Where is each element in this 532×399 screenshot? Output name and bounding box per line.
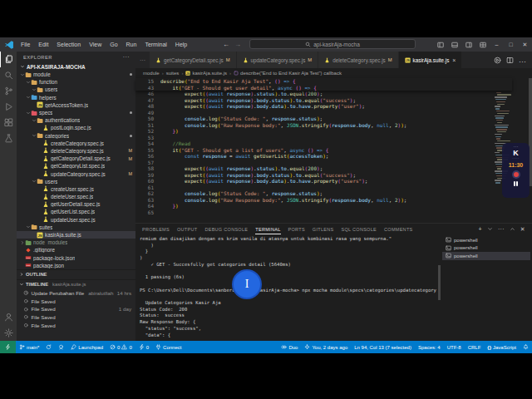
code-editor[interactable]: 46 expect((await response).status).to.eq… xyxy=(135,91,512,223)
menu-view[interactable]: View xyxy=(85,41,106,48)
status-sync-changes[interactable] xyxy=(42,341,55,353)
timeline-item[interactable]: File Saved1 day xyxy=(17,305,135,313)
menu-go[interactable]: Go xyxy=(106,41,121,48)
status-feedback[interactable]: 0 xyxy=(135,341,152,353)
activity-extensions[interactable] xyxy=(0,115,17,131)
activity-accounts[interactable] xyxy=(0,309,17,325)
status-duo[interactable]: Duo xyxy=(278,341,301,353)
maximize-panel-icon[interactable] xyxy=(510,226,515,232)
tab-getCategoryDetail.spec.js[interactable]: getCategoryDetail.spec.jsM xyxy=(150,52,237,68)
tree-item-getAccessToken.js[interactable]: JSgetAccessToken.js xyxy=(17,101,135,109)
tree-item-authentications[interactable]: authentications xyxy=(17,116,135,124)
menu-terminal[interactable]: Terminal xyxy=(140,41,170,48)
terminal-profile-chevron-icon[interactable] xyxy=(487,226,493,232)
tab-overflow-icon[interactable]: ··· xyxy=(135,57,150,63)
tab-updateCategory.spec.js[interactable]: updateCategory.spec.jsM xyxy=(237,52,319,68)
tree-item-getCategoryDetail.spec.js[interactable]: getCategoryDetail.spec.jsM xyxy=(17,155,135,162)
timeline-section[interactable]: TIMELINE kasirAja.suite.js xyxy=(17,279,135,289)
tree-item-suites[interactable]: suites xyxy=(17,224,135,231)
menu-selection[interactable]: Selection xyxy=(52,41,85,48)
panel-tab-gitlens[interactable]: GITLENS xyxy=(313,224,334,234)
timeline-item[interactable]: Update Perubahan Fileabiralutfiah14 hrs xyxy=(17,289,135,298)
status-connect[interactable]: Connect xyxy=(152,341,185,353)
maximize-button[interactable]: □ xyxy=(504,37,518,52)
toggle-secondary-sidebar-icon[interactable] xyxy=(461,37,475,52)
terminal-session[interactable]: powershell xyxy=(442,252,530,260)
activity-run-and-debug[interactable] xyxy=(0,99,17,115)
split-editor-icon[interactable] xyxy=(506,57,514,64)
record-button[interactable] xyxy=(512,170,520,179)
breadcrumb-item[interactable]: describe("End to End Kasir Aja Test") ca… xyxy=(234,71,342,76)
tree-item-specs[interactable]: specs xyxy=(17,109,135,116)
minimize-button[interactable]: – xyxy=(490,37,504,52)
tree-item-categories[interactable]: categories xyxy=(17,132,135,140)
tree-item-updateUser.spec.js[interactable]: updateUser.spec.js xyxy=(17,216,135,224)
panel-tab-problems[interactable]: PROBLEMS xyxy=(142,224,170,234)
status-encoding[interactable]: UTF-8 xyxy=(444,341,465,353)
tree-item-module[interactable]: module xyxy=(17,71,135,78)
panel-tab-output[interactable]: OUTPUT xyxy=(177,224,197,234)
terminal-session[interactable]: powershell xyxy=(442,244,530,253)
tree-item-package.json[interactable]: npmpackage.json xyxy=(17,262,135,269)
run-tests-icon[interactable] xyxy=(494,57,501,64)
menu-edit[interactable]: Edit xyxy=(34,41,52,48)
status-gitlens-blame[interactable]: You, 2 days ago xyxy=(301,341,351,353)
explorer-more-icon[interactable]: ··· xyxy=(123,54,130,60)
tree-item-getUserList.spec.js[interactable]: getUserList.spec.js xyxy=(17,208,135,215)
tree-item-createUser.spec.js[interactable]: createUser.spec.js xyxy=(17,185,135,193)
status-gitkraken[interactable] xyxy=(55,341,67,353)
timeline-item[interactable]: File Saved xyxy=(17,313,135,322)
tree-item-deleteUser.spec.js[interactable]: deleteUser.spec.js xyxy=(17,193,135,200)
screen-recorder-widget[interactable]: ··· K ····· 11:30 xyxy=(502,143,530,198)
panel-tab-terminal[interactable]: TERMINAL xyxy=(255,224,280,234)
activity-source-control[interactable] xyxy=(0,83,17,99)
status-notifications[interactable] xyxy=(520,341,532,353)
menu-help[interactable]: Help xyxy=(171,41,191,48)
toggle-sidebar-icon[interactable] xyxy=(433,37,447,52)
panel-tab-ports[interactable]: PORTS xyxy=(288,224,305,234)
terminal-session[interactable]: powershell xyxy=(442,236,530,244)
timeline-item[interactable]: File Saved xyxy=(17,321,135,329)
status-git-branch[interactable]: main* xyxy=(16,341,42,353)
status-eol[interactable]: CRLF xyxy=(465,341,485,353)
tab-kasirAja.suite.js[interactable]: JSkasirAja.suite.js× xyxy=(399,52,463,68)
close-panel-icon[interactable]: ✕ xyxy=(520,226,525,233)
breadcrumb-item[interactable]: module xyxy=(143,71,160,76)
tree-item-getCategoryList.spec.js[interactable]: getCategoryList.spec.js xyxy=(17,162,135,170)
status-launchpad[interactable]: Launchpad xyxy=(67,341,106,353)
timeline-item[interactable]: File Saved xyxy=(17,297,135,305)
tab-deleteCategory.spec.js[interactable]: deleteCategory.spec.jsM xyxy=(318,52,398,68)
terminal-scrollbar[interactable] xyxy=(438,265,441,300)
tree-item-users[interactable]: users xyxy=(17,178,135,185)
pause-button[interactable] xyxy=(514,181,518,186)
menu-file[interactable]: File xyxy=(17,41,34,48)
status-cursor-position[interactable]: Ln 94, Col 13 (7 selected) xyxy=(351,341,415,353)
close-button[interactable]: ✕ xyxy=(518,37,532,52)
status-indentation[interactable]: Spaces: 4 xyxy=(415,341,444,353)
tree-item-deleteCategory.spec.js[interactable]: deleteCategory.spec.jsM xyxy=(17,147,135,155)
tree-item-kasirAja.suite.js[interactable]: JSkasirAja.suite.js xyxy=(17,231,135,239)
tree-item-createCategory.spec.js[interactable]: createCategory.spec.js xyxy=(17,140,135,147)
workspace-root[interactable]: API-KASIRAJA-MOCHA xyxy=(17,62,135,71)
tree-item-postLogin.spec.js[interactable]: postLogin.spec.js xyxy=(17,124,135,131)
activity-settings[interactable] xyxy=(0,325,17,341)
panel-tab-debug-console[interactable]: DEBUG CONSOLE xyxy=(204,224,248,234)
breadcrumb-item[interactable]: suites xyxy=(166,71,180,76)
activity-explorer[interactable] xyxy=(0,52,17,67)
tree-item-users[interactable]: users xyxy=(17,86,135,93)
panel-tab-sql-console[interactable]: SQL CONSOLE xyxy=(342,224,377,234)
back-arrow-icon[interactable]: ← xyxy=(223,41,229,48)
command-center[interactable]: api-kasirAja-mocha xyxy=(249,39,416,49)
tree-item-package-lock.json[interactable]: npmpackage-lock.json xyxy=(17,254,135,262)
more-actions-icon[interactable]: ··· xyxy=(519,52,526,67)
menu-run[interactable]: Run xyxy=(122,41,141,48)
outline-section[interactable]: OUTLINE xyxy=(17,269,135,279)
tree-item-.gitignore[interactable]: .gitignore xyxy=(17,246,135,254)
tree-item-updateCategory.spec.js[interactable]: updateCategory.spec.jsM xyxy=(17,170,135,177)
tree-item-node_modules[interactable]: node_modules xyxy=(17,239,135,246)
status-problems[interactable]: 00 xyxy=(106,341,135,353)
tree-item-helpers[interactable]: helpers xyxy=(17,94,135,101)
activity-testing[interactable] xyxy=(0,131,17,146)
status-remote[interactable] xyxy=(0,341,16,353)
tree-item-getUserDetail.spec.js[interactable]: getUserDetail.spec.js xyxy=(17,200,135,208)
